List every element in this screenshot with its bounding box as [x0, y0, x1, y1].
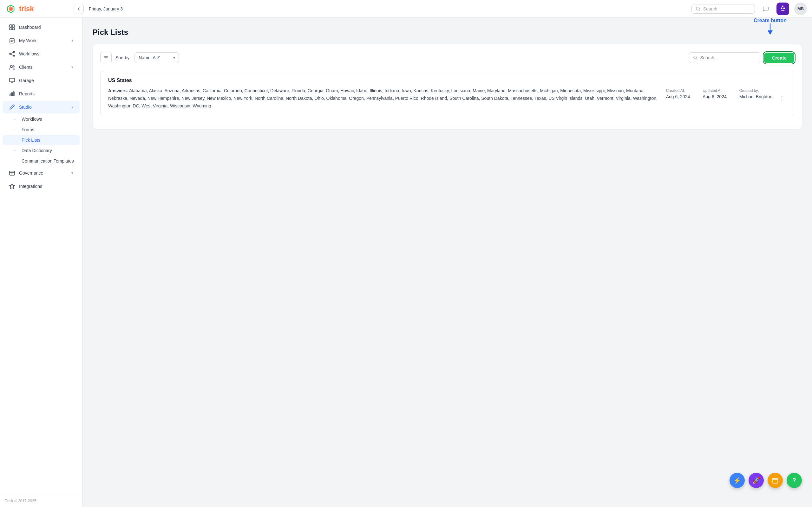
- search-input-wrap: [689, 52, 760, 63]
- created-at-group: Created At: Aug 6, 2024: [666, 89, 690, 99]
- chat-icon: [763, 6, 769, 12]
- fab-lightning-button[interactable]: ⚡: [729, 473, 745, 488]
- created-at-label: Created At:: [666, 89, 690, 93]
- top-header: trisk Friday, January 3 Search: [0, 0, 812, 18]
- sidebar-footer: Trisk © 2017-2025: [0, 495, 82, 507]
- search-icon: [696, 6, 701, 11]
- annotation-label: Create button: [754, 18, 786, 23]
- sidebar-item-integrations[interactable]: Integrations: [3, 180, 80, 193]
- archive-icon: [772, 477, 779, 484]
- fab-container: ⚡ 🚀 ?: [729, 473, 802, 488]
- svg-rect-12: [12, 27, 14, 30]
- sidebar-sub-item-workflows[interactable]: Workflows: [3, 114, 80, 124]
- annotation-container: Create button: [754, 18, 786, 35]
- users-icon: [9, 64, 15, 70]
- nav-toggle-button[interactable]: [73, 4, 84, 14]
- svg-rect-13: [10, 39, 14, 43]
- rocket-icon: 🚀: [752, 476, 760, 484]
- sidebar-item-clients[interactable]: Clients ▾: [3, 61, 80, 73]
- sort-select[interactable]: Name: A-Z Name: Z-A Created At Updated A…: [135, 52, 179, 63]
- pencil-icon: [9, 104, 15, 110]
- fab-help-button[interactable]: ?: [786, 473, 802, 488]
- share-icon: [9, 51, 15, 57]
- bar-chart-icon: [9, 91, 15, 97]
- filter-button[interactable]: [100, 52, 112, 63]
- sort-by-label: Sort by:: [115, 55, 131, 60]
- create-button[interactable]: Create: [764, 53, 794, 63]
- filter-icon: [103, 55, 108, 60]
- header-right: Search MB: [692, 3, 807, 15]
- sidebar-sub-item-communication-templates[interactable]: Communication Templates: [3, 156, 80, 166]
- sidebar-item-dashboard[interactable]: Dashboard: [3, 21, 80, 34]
- my-work-chevron: ▾: [71, 38, 73, 43]
- bot-avatar[interactable]: [776, 3, 789, 15]
- global-search-bar[interactable]: Search: [692, 4, 755, 14]
- app-body: Dashboard My Work ▾: [0, 18, 812, 507]
- svg-point-5: [783, 7, 785, 9]
- svg-point-16: [9, 53, 11, 55]
- trisk-logo-icon: [5, 3, 16, 14]
- svg-rect-9: [9, 25, 12, 27]
- header-date: Friday, January 3: [89, 6, 687, 11]
- fab-archive-button[interactable]: [768, 473, 783, 488]
- svg-point-21: [10, 65, 12, 67]
- help-icon: ?: [793, 477, 796, 484]
- messages-button[interactable]: [760, 3, 771, 14]
- svg-point-18: [13, 55, 14, 56]
- logo-area: trisk: [5, 3, 68, 14]
- created-by-label: Created by:: [740, 89, 772, 93]
- governance-chevron: ▾: [71, 171, 73, 175]
- picklist-name: US States: [108, 78, 786, 83]
- sidebar-item-workflows[interactable]: Workflows: [3, 48, 80, 60]
- logo-text: trisk: [19, 5, 34, 13]
- fab-rocket-button[interactable]: 🚀: [749, 473, 764, 488]
- clients-chevron: ▾: [71, 65, 73, 69]
- updated-at-group: Updated At: Aug 6, 2024: [703, 89, 727, 99]
- star-icon: [9, 183, 15, 189]
- picklist-answers-text: Alabama, Alaska, Arizona, Arkansas, Cali…: [108, 88, 658, 108]
- svg-rect-23: [9, 78, 14, 82]
- content-card: Sort by: Name: A-Z Name: Z-A Created At …: [93, 44, 802, 129]
- search-bar-text: Search: [703, 6, 717, 11]
- clipboard-icon: [9, 38, 15, 44]
- created-by-group: Created by: Michael Brighton: [740, 89, 772, 99]
- svg-point-22: [13, 66, 14, 67]
- sidebar: Dashboard My Work ▾: [0, 18, 83, 507]
- svg-rect-27: [12, 93, 13, 96]
- sidebar-nav: Dashboard My Work ▾: [0, 18, 82, 495]
- svg-point-4: [781, 7, 782, 9]
- studio-chevron: ▴: [71, 105, 73, 109]
- bot-icon: [778, 4, 787, 13]
- columns-icon: [9, 170, 15, 176]
- sidebar-sub-item-data-dictionary[interactable]: Data Dictionary: [3, 146, 80, 156]
- grid-icon: [9, 24, 15, 31]
- svg-marker-34: [768, 31, 773, 35]
- sidebar-sub-item-forms[interactable]: Forms: [3, 124, 80, 135]
- sidebar-item-my-work[interactable]: My Work ▾: [3, 34, 80, 47]
- svg-line-19: [11, 52, 13, 54]
- picklist-more-button[interactable]: ⋮: [777, 94, 786, 103]
- picklist-answers: Answers: Alabama, Alaska, Arizona, Arkan…: [108, 87, 661, 110]
- sidebar-sub-item-pick-lists[interactable]: Pick Lists: [3, 135, 80, 145]
- annotation-arrow-icon: [766, 23, 774, 35]
- page-title: Pick Lists: [93, 28, 802, 37]
- svg-rect-10: [12, 25, 14, 27]
- sort-select-wrapper: Name: A-Z Name: Z-A Created At Updated A…: [135, 52, 179, 63]
- updated-at-label: Updated At:: [703, 89, 727, 93]
- svg-point-1: [10, 8, 12, 10]
- sidebar-item-reports[interactable]: Reports: [3, 88, 80, 100]
- toolbar: Sort by: Name: A-Z Name: Z-A Created At …: [100, 52, 794, 63]
- created-by-value: Michael Brighton: [740, 94, 772, 99]
- sidebar-item-studio[interactable]: Studio ▴: [3, 101, 80, 113]
- updated-at-value: Aug 6, 2024: [703, 94, 727, 99]
- user-avatar[interactable]: MB: [794, 3, 807, 15]
- search-input[interactable]: [700, 55, 757, 60]
- sidebar-item-governance[interactable]: Governance ▾: [3, 167, 80, 179]
- picklist-stats: Created At: Aug 6, 2024 Updated At: Aug …: [666, 87, 772, 99]
- lightning-icon: ⚡: [733, 476, 741, 484]
- sidebar-item-garage[interactable]: Garage: [3, 74, 80, 87]
- svg-rect-11: [9, 27, 12, 30]
- search-icon: [693, 55, 698, 60]
- svg-point-17: [13, 51, 14, 53]
- picklist-item: US States Answers: Alabama, Alaska, Ariz…: [100, 71, 794, 116]
